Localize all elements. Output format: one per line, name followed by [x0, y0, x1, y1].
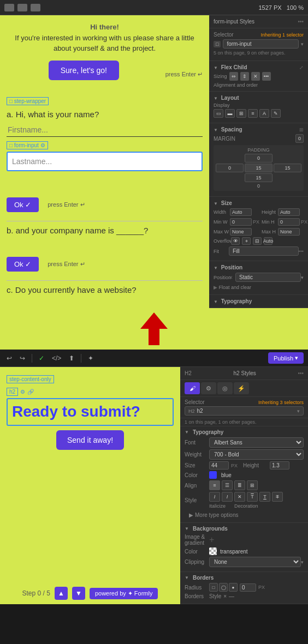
style-options: I I ✕ T T T Italicize Decoration: [209, 492, 283, 509]
size-icon-3[interactable]: ✕: [251, 72, 260, 81]
font-label: Font: [185, 440, 209, 446]
spacing-section: ▼ Spacing ⊞ MARGIN 0 PADDING 0 0: [209, 123, 308, 197]
panel-top-title: form-input Styles: [214, 19, 254, 25]
style-x[interactable]: ✕: [234, 492, 245, 502]
width-input[interactable]: [230, 208, 252, 216]
disp-btn-5[interactable]: A: [259, 109, 269, 118]
height-input-b[interactable]: [270, 461, 289, 470]
cursor-icon[interactable]: ✦: [86, 353, 96, 363]
device-icon-1[interactable]: [4, 4, 14, 11]
align-justify[interactable]: ⊞: [247, 480, 258, 490]
disp-btn-4[interactable]: ≡: [248, 109, 258, 118]
size-input-b[interactable]: [209, 461, 229, 470]
maxh-input[interactable]: [278, 228, 300, 236]
pad-right[interactable]: 15: [274, 164, 301, 172]
redo-icon[interactable]: ↪: [17, 353, 27, 363]
code-icon[interactable]: </>: [50, 353, 63, 363]
sure-button[interactable]: Sure, let's go!: [49, 61, 119, 80]
align-right[interactable]: ≣: [234, 480, 245, 490]
color-swatch[interactable]: [209, 471, 217, 479]
undo-icon[interactable]: ↩: [4, 353, 14, 363]
send-button[interactable]: Send it away!: [56, 430, 124, 450]
align-left[interactable]: ≡: [209, 480, 220, 490]
pb-sel-box[interactable]: H2 h2 ▾: [185, 406, 304, 416]
style-i[interactable]: I: [209, 492, 220, 502]
pad-center[interactable]: 15: [245, 164, 273, 172]
selector-box[interactable]: form-input: [223, 39, 299, 49]
radius-icon-round[interactable]: ◯: [219, 583, 228, 592]
maxw-input[interactable]: [230, 228, 252, 236]
pb-menu[interactable]: •••: [298, 370, 304, 376]
borders-tri: ▼: [185, 575, 189, 580]
pb-header: H2 h2 Styles •••: [180, 367, 308, 380]
pad-left[interactable]: 0: [216, 164, 244, 172]
tab-styles[interactable]: 🖌: [185, 382, 200, 394]
publish-label: Publish: [274, 355, 293, 362]
nav-up-button[interactable]: ▲: [55, 587, 68, 600]
spacing-expand[interactable]: ⊞: [299, 127, 304, 133]
bg-swatch[interactable]: [209, 547, 217, 555]
pb-backgrounds-title: ▼ Backgrounds: [185, 526, 304, 532]
share-icon[interactable]: ⬆: [67, 353, 76, 363]
style-italic[interactable]: I: [222, 492, 233, 502]
powered-by-button[interactable]: powered by ✦ Formly: [90, 588, 158, 599]
ok-button-a[interactable]: Ok ✓: [7, 197, 39, 212]
nav-down-button[interactable]: ▼: [72, 587, 85, 600]
minw-input[interactable]: [230, 218, 252, 226]
size-icon-1[interactable]: ⇔: [229, 72, 238, 81]
radius-icon-square[interactable]: □: [209, 583, 218, 592]
overflow-icon-eye[interactable]: 👁: [231, 237, 240, 245]
device-icon-2[interactable]: [17, 4, 27, 11]
weight-select[interactable]: 700 - Bold: [209, 449, 304, 460]
firstname-input[interactable]: [7, 123, 203, 137]
pad-top[interactable]: 0: [245, 154, 273, 162]
borders-controls: Style × —: [209, 593, 234, 599]
pb-info: 1 on this page, 1 on other pages.: [180, 418, 308, 426]
size-section: ▼ Size Width Height Min W PX: [209, 197, 308, 261]
lastname-input-box[interactable]: Lastname...: [7, 152, 203, 171]
size-icon-more[interactable]: •••: [262, 72, 271, 81]
h2-link[interactable]: 🔗: [27, 389, 34, 395]
overflow-icon-3[interactable]: ⊟: [253, 237, 262, 245]
style-strikethrough[interactable]: T: [272, 492, 283, 502]
overflow-auto[interactable]: Auto: [264, 237, 273, 245]
panel-top-menu[interactable]: •••: [298, 19, 304, 25]
ok-button-b[interactable]: Ok ✓: [7, 257, 39, 272]
align-center[interactable]: ☰: [222, 480, 233, 490]
size-icon-2[interactable]: ⇕: [240, 72, 249, 81]
h2-settings[interactable]: ⚙: [20, 389, 25, 395]
question-a: a. Hi, what is your name?: [7, 110, 203, 119]
radius-input[interactable]: [240, 583, 256, 592]
style-overline[interactable]: T: [247, 492, 258, 502]
disp-btn-1[interactable]: ▭: [214, 109, 223, 118]
alignment-label: Alignment and order: [214, 82, 304, 88]
height-input[interactable]: [278, 208, 300, 216]
status-icon[interactable]: ✓: [37, 353, 46, 363]
radius-inputs: □ ◯ ● PX: [209, 583, 265, 592]
fit-more[interactable]: •••: [299, 249, 304, 254]
canvas-top: Hi there! If you're interested in workin…: [0, 15, 209, 308]
h2-label-row: h2 ⚙ 🔗: [7, 388, 174, 396]
decoration-label: Decoration: [234, 503, 258, 509]
tab-interactions[interactable]: ◎: [217, 382, 233, 394]
add-gradient-icon[interactable]: +: [209, 535, 214, 545]
radius-icon-circle[interactable]: ●: [229, 583, 238, 592]
device-icon-3[interactable]: [31, 4, 40, 11]
flex-child-expand[interactable]: ⤢: [299, 65, 304, 70]
font-select[interactable]: Albert Sans: [209, 437, 304, 448]
disp-btn-2[interactable]: ▬: [225, 109, 235, 118]
overflow-icon-2[interactable]: ⌖: [242, 237, 251, 245]
tab-settings[interactable]: ⚙: [201, 382, 216, 394]
disp-btn-3[interactable]: ⊞: [236, 109, 246, 118]
style-underline[interactable]: T: [259, 492, 270, 502]
more-type-options[interactable]: ▶ More type options: [185, 510, 304, 520]
pad-bottom[interactable]: 15: [245, 173, 273, 182]
position-select[interactable]: Static: [235, 273, 301, 282]
fit-select[interactable]: Fill: [229, 246, 299, 256]
margin-val[interactable]: 0: [295, 134, 304, 143]
disp-btn-6[interactable]: ✎: [271, 109, 281, 118]
clipping-select[interactable]: None: [209, 557, 301, 567]
tab-custom[interactable]: ⚡: [234, 382, 249, 394]
minh-input[interactable]: [278, 218, 300, 226]
publish-button[interactable]: Publish ▾: [268, 352, 304, 364]
